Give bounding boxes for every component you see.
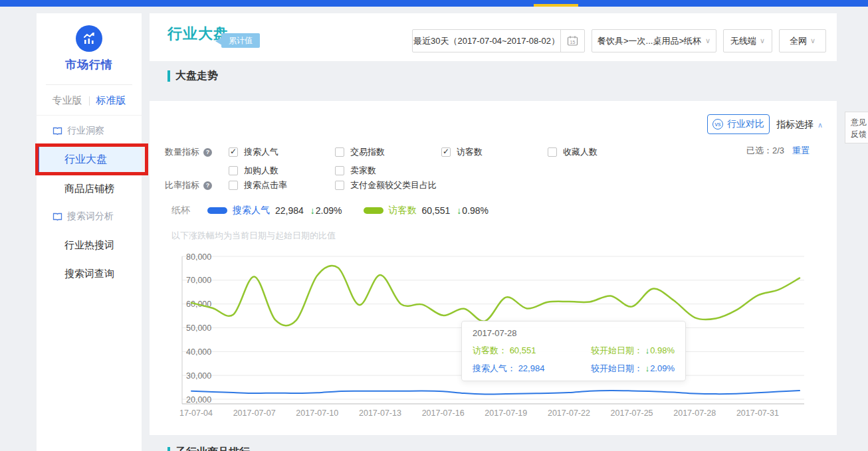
checkbox-label: 搜索点击率	[244, 179, 287, 191]
metric-select-label: 指标选择	[776, 119, 814, 131]
checkbox-search-popularity[interactable]: 搜索人气	[229, 146, 278, 158]
legend-name: 搜索人气	[233, 205, 270, 217]
sidebar-item-industry-hot-search[interactable]: 行业热搜词	[64, 235, 114, 255]
reset-link[interactable]: 重置	[792, 145, 810, 157]
checkbox-box	[229, 166, 238, 175]
svg-text:2017-07-07: 2017-07-07	[233, 408, 276, 418]
svg-text:2017-07-31: 2017-07-31	[736, 408, 779, 418]
legend-category: 纸杯	[171, 205, 190, 217]
selected-count-text: 已选：2/3	[746, 145, 784, 157]
date-range-value: 最近30天（2017-07-04~2017-08-02）	[413, 35, 560, 47]
legend-swatch	[364, 207, 383, 214]
category-value: 餐饮具>一次...桌用品>纸杯	[597, 35, 701, 47]
trend-panel: vs 行业对比 指标选择 ∧ 数量指标 ? 搜索人气 交易指数 访客数 收藏人数…	[150, 101, 837, 435]
bar-chart-arrow-icon	[81, 31, 97, 46]
date-range-picker[interactable]: 最近30天（2017-07-04~2017-08-02） 15	[412, 29, 585, 52]
legend-swatch	[207, 207, 227, 214]
terminal-dropdown[interactable]: 无线端 ∨	[723, 29, 772, 52]
svg-text:80,000: 80,000	[186, 253, 211, 262]
scope-dropdown[interactable]: 全网 ∨	[779, 29, 826, 52]
ledger-icon	[53, 213, 62, 221]
down-arrow-icon: ↓	[457, 205, 461, 216]
checkbox-visitor-count[interactable]: 访客数	[441, 146, 483, 158]
top-nav-bar	[0, 0, 868, 7]
sidebar-group-label: 搜索词分析	[67, 211, 114, 223]
svg-text:70,000: 70,000	[186, 276, 211, 285]
checkbox-box	[548, 147, 557, 157]
legend-value: 22,984	[275, 205, 304, 216]
legend-item-visitor-count[interactable]: 访客数 60,551 ↓ 0.98%	[364, 205, 489, 217]
selected-count: 已选：2/3 重置	[746, 145, 810, 157]
tooltip-row-search: 搜索人气： 22,984 较开始日期： ↓2.09%	[473, 363, 675, 375]
checkbox-box	[335, 147, 344, 157]
down-arrow-icon: ↓	[310, 205, 315, 216]
market-trend-app-icon	[76, 25, 102, 52]
checkbox-search-click-rate[interactable]: 搜索点击率	[229, 179, 287, 191]
app-title: 市场行情	[37, 57, 142, 72]
sidebar-item-industry-dashboard[interactable]: 行业大盘	[37, 145, 142, 174]
svg-text:20,000: 20,000	[186, 395, 211, 405]
cumulative-value-badge: 累计值	[221, 33, 260, 48]
vs-icon: vs	[712, 119, 723, 130]
checkbox-add-cart-count[interactable]: 加购人数	[229, 165, 278, 177]
legend-change: 0.98%	[462, 205, 488, 216]
checkbox-label: 交易指数	[350, 146, 385, 158]
checkbox-label: 支付金额较父类目占比	[350, 179, 437, 191]
svg-text:40,000: 40,000	[186, 347, 211, 357]
legend-change: 2.09%	[316, 205, 342, 216]
down-arrow-icon: ↓	[645, 345, 650, 355]
checkbox-transaction-index[interactable]: 交易指数	[335, 146, 385, 158]
sidebar-item-label: 搜索词查询	[64, 268, 114, 280]
checkbox-box	[441, 147, 451, 157]
calendar-button[interactable]: 15	[560, 30, 584, 52]
sidebar: 市场行情 专业版 标准版 行业洞察 行业大盘 商品店铺榜 搜索词分析 行业热搜词…	[37, 13, 142, 451]
section-title-text: 子行业商品排行	[175, 446, 250, 451]
checkbox-box	[335, 181, 344, 190]
industry-compare-label: 行业对比	[727, 118, 764, 130]
checkbox-label: 收藏人数	[563, 146, 597, 158]
svg-text:2017-07-04: 2017-07-04	[179, 408, 213, 418]
legend-value: 60,551	[422, 205, 451, 216]
divider	[46, 84, 132, 85]
svg-text:50,000: 50,000	[186, 323, 211, 333]
tab-pro-version[interactable]: 专业版	[53, 94, 82, 107]
help-icon[interactable]: ?	[203, 148, 212, 157]
metric-select-toggle[interactable]: 指标选择 ∧	[776, 119, 823, 131]
legend-item-search-popularity[interactable]: 搜索人气 22,984 ↓ 2.09%	[207, 205, 342, 217]
svg-text:2017-07-28: 2017-07-28	[673, 408, 716, 418]
sidebar-item-search-word-query[interactable]: 搜索词查询	[64, 264, 114, 284]
down-arrow-icon: ↓	[645, 363, 650, 373]
sidebar-group-industry-insight[interactable]: 行业洞察	[53, 121, 104, 141]
ratio-metric-group-label: 比率指标 ?	[165, 179, 212, 191]
chevron-down-icon: ∨	[760, 37, 765, 45]
feedback-line: 意见	[851, 116, 868, 128]
sidebar-item-product-shop-ranking[interactable]: 商品店铺榜	[64, 179, 114, 199]
svg-text:2017-07-13: 2017-07-13	[359, 408, 401, 418]
svg-text:30,000: 30,000	[186, 371, 211, 381]
svg-text:2017-07-22: 2017-07-22	[548, 408, 590, 418]
help-icon[interactable]: ?	[203, 181, 212, 190]
chart-legend: 纸杯 搜索人气 22,984 ↓ 2.09% 访客数 60,551 ↓ 0.98…	[171, 205, 510, 217]
tab-standard-version[interactable]: 标准版	[96, 94, 126, 107]
category-dropdown[interactable]: 餐饮具>一次...桌用品>纸杯 ∨	[592, 29, 716, 52]
industry-compare-button[interactable]: vs 行业对比	[707, 114, 770, 134]
divider	[37, 115, 142, 116]
section-title-text: 大盘走势	[175, 69, 218, 83]
section-title-trend: 大盘走势	[167, 69, 218, 83]
feedback-tab[interactable]: 意见 反馈	[845, 112, 868, 143]
sidebar-group-search-word-analysis[interactable]: 搜索词分析	[53, 207, 114, 226]
page-header: 行业大盘 累计值 最近30天（2017-07-04~2017-08-02） 15…	[150, 13, 837, 61]
checkbox-payment-ratio[interactable]: 支付金额较父类目占比	[335, 179, 437, 191]
checkbox-box	[229, 181, 238, 190]
calendar-icon: 15	[567, 35, 578, 46]
sidebar-item-label: 行业热搜词	[64, 239, 114, 252]
ledger-icon	[53, 127, 62, 135]
checkbox-seller-count[interactable]: 卖家数	[335, 165, 376, 177]
tooltip-row-visitor: 访客数： 60,551 较开始日期： ↓0.98%	[473, 345, 675, 357]
checkbox-favorite-count[interactable]: 收藏人数	[548, 146, 597, 158]
sidebar-item-label: 商品店铺榜	[64, 183, 114, 195]
feedback-line: 反馈	[851, 128, 868, 140]
sidebar-item-label: 行业大盘	[64, 153, 107, 167]
checkbox-label: 搜索人气	[244, 146, 278, 158]
svg-text:2017-07-10: 2017-07-10	[296, 408, 338, 418]
